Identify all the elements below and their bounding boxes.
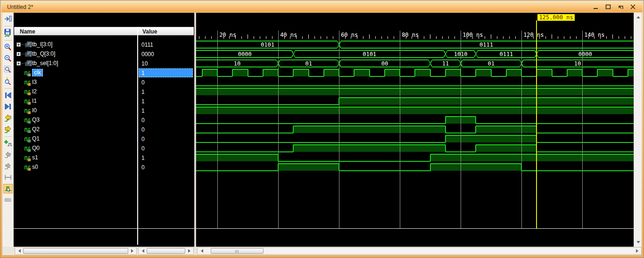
signal-name: I3: [32, 79, 37, 85]
scrollbar-thumb[interactable]: [23, 248, 128, 254]
snap-to-transition-icon[interactable]: [3, 184, 13, 193]
signal-row-tb_i30[interactable]: tb_I[3:0]0111: [14, 40, 194, 50]
prev-marker-icon[interactable]: [3, 150, 13, 159]
signal-row-q1[interactable]: Q10: [14, 134, 194, 144]
signal-high-fill: [278, 164, 339, 171]
expand-plus-icon[interactable]: [17, 52, 21, 56]
signal-name: s0: [32, 164, 38, 170]
value-column-scrollbar[interactable]: [138, 247, 194, 255]
signal-name: Q1: [32, 135, 40, 142]
go-to-end-icon[interactable]: [3, 102, 13, 111]
axis-time-label: 60 ns: [341, 32, 358, 38]
signal-row-s1[interactable]: s11: [14, 153, 194, 163]
bus-signal-icon: [25, 51, 32, 57]
scrollbar-thumb[interactable]: [147, 248, 185, 254]
zoom-out-icon[interactable]: [3, 54, 13, 63]
scroll-down-icon[interactable]: [635, 239, 641, 245]
bus-signal-icon: [25, 60, 32, 67]
scroll-right-icon[interactable]: [634, 248, 640, 254]
signal-row-i1[interactable]: I11: [14, 97, 194, 106]
zoom-to-full-view-icon[interactable]: [3, 76, 13, 86]
waveform-scrollbar[interactable]: [197, 247, 642, 255]
markers-disabled-icon[interactable]: [3, 195, 13, 205]
signal-row-q2[interactable]: Q20: [14, 125, 194, 134]
waveform-vertical-scrollbar[interactable]: [634, 13, 642, 247]
restore-icon[interactable]: [616, 3, 625, 10]
close-icon[interactable]: [628, 3, 637, 10]
window-controls: [592, 3, 643, 10]
scalar-signal-icon: [24, 136, 31, 142]
zoom-in-icon[interactable]: [3, 42, 13, 52]
signal-high-fill: [476, 126, 537, 133]
left-toolbar: [2, 13, 14, 247]
expand-plus-icon[interactable]: [17, 61, 21, 66]
value-column-header[interactable]: Value: [142, 28, 157, 35]
bus-value-label: 10: [574, 60, 581, 67]
minimize-icon[interactable]: [592, 3, 600, 10]
restore-pane-icon[interactable]: [3, 14, 13, 24]
name-column-scrollbar[interactable]: [15, 247, 137, 255]
scalar-signal-icon: [24, 126, 31, 133]
next-transition-icon[interactable]: [3, 125, 13, 134]
scroll-left-icon[interactable]: [198, 248, 205, 254]
save-waveform-icon[interactable]: [3, 28, 13, 38]
signal-name: Q2: [32, 126, 40, 133]
bus-value-label: 1010: [454, 51, 468, 58]
cursor-time-label[interactable]: 125.000 ns: [537, 14, 574, 21]
signal-value: 0: [141, 164, 145, 171]
signal-value: 1: [141, 155, 145, 161]
titlebar[interactable]: Untitled 2*: [1, 1, 643, 12]
signal-rows: tb_I[3:0]0111tb_Q[3:0]0000tb_sel[1:0]10c…: [14, 40, 194, 172]
signal-row-tb_q30[interactable]: tb_Q[3:0]0000: [14, 50, 194, 59]
scroll-up-icon[interactable]: [635, 14, 641, 20]
signal-high-fill: [202, 70, 217, 76]
signal-row-i0[interactable]: I01: [14, 106, 194, 116]
scalar-signal-icon: [24, 70, 31, 76]
scroll-right-icon[interactable]: [186, 248, 192, 254]
scalar-signal-icon: [24, 145, 31, 152]
signal-high-fill: [354, 70, 369, 76]
maximize-icon[interactable]: [604, 3, 612, 10]
signal-name: I1: [32, 98, 37, 104]
bus-value-label: 0101: [261, 42, 274, 48]
signal-high-fill: [232, 70, 248, 76]
zoom-to-selection-icon[interactable]: [3, 65, 13, 75]
measure-markers-icon[interactable]: [3, 173, 13, 182]
signal-high-fill: [430, 164, 522, 171]
prev-transition-icon[interactable]: [3, 113, 13, 123]
signal-value: 10: [141, 60, 148, 67]
signal-high-fill: [196, 89, 634, 95]
add-signal-icon[interactable]: [3, 139, 13, 148]
axis-time-label: 120 ns: [523, 32, 544, 38]
go-to-start-icon[interactable]: [3, 91, 13, 100]
signal-row-q3[interactable]: Q30: [14, 116, 194, 125]
scroll-right-icon[interactable]: [129, 248, 135, 254]
signal-value: 0: [141, 136, 145, 142]
next-marker-icon[interactable]: [3, 161, 13, 171]
name-column-header[interactable]: Name: [20, 28, 35, 35]
signal-value: 0: [141, 145, 145, 152]
expand-plus-icon[interactable]: [17, 42, 21, 47]
scroll-left-icon[interactable]: [16, 248, 23, 254]
signal-row-clk[interactable]: clk1: [14, 68, 194, 78]
bus-value-label: 0111: [499, 51, 513, 58]
isim-wave-window: Untitled 2*: [0, 0, 644, 258]
signal-row-tb_sel10[interactable]: tb_sel[1:0]10: [14, 59, 194, 68]
name-value-column-splitter[interactable]: [137, 27, 138, 245]
bus-value-label: 01: [487, 60, 494, 67]
signal-high-fill: [293, 145, 446, 152]
signal-row-i2[interactable]: I21: [14, 87, 194, 97]
signal-high-fill: [597, 70, 612, 76]
signal-high-fill: [415, 70, 430, 76]
scrollbar-thumb[interactable]: [211, 248, 264, 254]
signal-value: 1: [141, 89, 145, 95]
signal-high-fill: [446, 70, 461, 76]
waveform-panel[interactable]: 20 ns40 ns60 ns80 ns100 ns120 ns140 ns01…: [196, 13, 634, 247]
scroll-left-icon[interactable]: [140, 248, 146, 254]
signal-row-q0[interactable]: Q00: [14, 144, 194, 153]
signal-high-fill: [567, 70, 582, 76]
signal-row-s0[interactable]: s00: [14, 163, 194, 172]
scalar-signal-icon: [24, 108, 31, 114]
signal-row-i3[interactable]: I30: [14, 78, 194, 87]
signal-name: Q3: [32, 117, 40, 123]
